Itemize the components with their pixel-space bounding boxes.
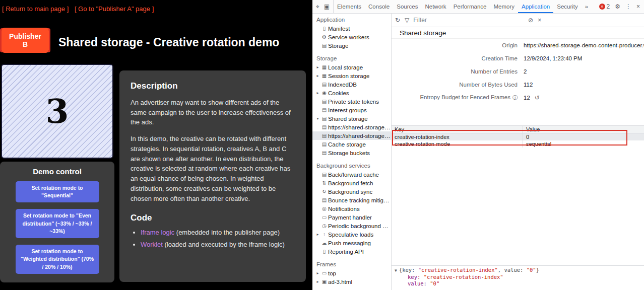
sidebar-item-frame-ad-3[interactable]: ▸▣ad-3.html [312,277,391,286]
database-icon: ▤ [320,133,328,138]
description-panel: Description An advertiser may want to sh… [119,70,306,282]
sidebar-item-local-storage[interactable]: ▸▦Local storage [312,63,391,71]
sidebar-section-application: Application [312,14,391,24]
set-sequential-button[interactable]: Set rotation mode to "Sequential" [16,181,99,202]
iframe-icon: ▣ [320,279,328,284]
return-main-link[interactable]: [ Return to main page ] [2,5,69,13]
sidebar-item-reporting-api[interactable]: ▯Reporting API [312,247,391,256]
device-toolbar-icon[interactable]: ▣ [324,4,330,10]
sidebar-item-private-state-tokens[interactable]: ▤Private state tokens [312,97,391,106]
sidebar-item-notifications[interactable]: ◎Notifications [312,204,391,213]
creative-number: 3 [46,92,69,131]
filter-input[interactable] [412,16,524,24]
sidebar-item-cookies[interactable]: ▸◉Cookies [312,89,391,97]
demo-control-title: Demo control [0,167,114,176]
card-icon: ▭ [320,214,328,220]
devtools-window: ⌖ ▣ Elements Console Sources Network Per… [312,0,644,290]
tab-console[interactable]: Console [365,0,393,13]
ad-creative-frame: 3 [1,64,113,159]
kebab-menu-icon[interactable]: ⋮ [625,4,631,10]
sidebar-item-shared-storage-origin-1[interactable]: ▤https://shared-storage-d… [312,123,391,131]
field-creation-time: Creation Time 12/9/2024, 1:23:40 PM [392,52,644,65]
sidebar-item-speculative-loads[interactable]: ▸↑Speculative loads [312,230,391,239]
sidebar-item-cache-storage[interactable]: ▤Cache storage [312,140,391,149]
description-paragraph-1: An advertiser may want to show different… [131,98,295,127]
demo-control-panel: Demo control Set rotation mode to "Seque… [0,162,114,282]
up-arrow-icon: ↑ [320,232,328,237]
sidebar-item-indexeddb[interactable]: ▤IndexedDB [312,80,391,89]
sidebar-item-session-storage[interactable]: ▸▦Session storage [312,71,391,80]
sidebar-item-back-forward-cache[interactable]: ▤Back/forward cache [312,170,391,179]
triangle-down-icon[interactable]: ▼ [395,268,397,273]
info-icon[interactable]: ⓘ [512,95,518,100]
field-number-of-entries: Number of Entries 2 [392,65,644,78]
chevron-down-icon[interactable]: ▾ [315,116,320,121]
sidebar-section-frames: Frames [312,259,391,269]
devtools-tabbar: ⌖ ▣ Elements Console Sources Network Per… [312,0,644,14]
tab-application[interactable]: Application [518,0,553,13]
cookie-icon: ◉ [320,90,328,96]
cloud-icon: ☁ [320,240,328,246]
error-count-badge[interactable]: × 2 [599,3,610,10]
refresh-icon[interactable]: ↻ [395,17,400,23]
tab-sources[interactable]: Sources [393,0,421,13]
service-worker-icon: ⚙ [320,34,328,40]
database-icon: ▤ [320,150,328,156]
tab-security[interactable]: Security [553,0,582,13]
sidebar-item-interest-groups[interactable]: ▤Interest groups [312,106,391,114]
publisher-page: [ Return to main page ] [ Go to "Publish… [0,0,312,290]
table-row[interactable]: creative-rotation-index 0 [392,133,644,140]
funnel-icon: ▽ [405,17,409,23]
up-down-arrows-icon: ⇅ [320,180,328,186]
field-number-of-bytes: Number of Bytes Used 112 [392,78,644,91]
gear-icon[interactable]: ⚙ [615,4,620,10]
panel-heading: Shared storage [392,27,644,39]
chevron-right-icon[interactable]: ▸ [315,271,320,275]
iframe-logic-link[interactable]: Iframe logic [141,229,174,236]
delete-selected-icon[interactable]: × [538,17,541,23]
set-even-distribution-button[interactable]: Set rotation mode to "Even distribution"… [16,209,99,238]
sidebar-item-manifest[interactable]: ▯Manifest [312,24,391,33]
database-icon: ▤ [320,172,328,177]
sidebar-item-service-workers[interactable]: ⚙Service workers [312,33,391,41]
document-icon: ▯ [320,249,328,254]
close-devtools-icon[interactable]: × [636,4,640,10]
chevron-right-icon[interactable]: ▸ [315,65,320,69]
set-weighted-distribution-button[interactable]: Set rotation mode to "Weighted distribut… [16,245,99,274]
tab-network[interactable]: Network [421,0,449,13]
description-heading: Description [131,80,295,93]
chevron-right-icon[interactable]: ▸ [315,279,320,284]
bell-icon: ◎ [320,206,328,211]
metadata-fields: Origin https://shared-storage-demo-conte… [392,39,644,104]
table-icon: ▦ [320,73,328,79]
chevron-right-icon[interactable]: ▸ [315,232,320,237]
chevron-right-icon[interactable]: ▸ [315,74,320,78]
sidebar-item-payment-handler[interactable]: ▭Payment handler [312,213,391,222]
application-sidebar: Application ▯Manifest ⚙Service workers ▤… [312,14,392,290]
sidebar-item-background-sync[interactable]: ↻Background sync [312,187,391,196]
chevron-right-icon[interactable]: ▸ [315,91,320,95]
goto-publisher-a-link[interactable]: [ Go to "Publisher A" page ] [75,5,154,13]
table-row[interactable]: creative-rotation-mode sequential [392,140,644,148]
sidebar-item-periodic-background-sync[interactable]: ◷Periodic background s… [312,222,391,230]
publisher-b-button[interactable]: Publisher B [2,28,49,53]
worklet-link[interactable]: Worklet [141,241,163,248]
sidebar-item-frame-top[interactable]: ▸▭top [312,269,391,277]
sidebar-item-background-fetch[interactable]: ⇅Background fetch [312,179,391,187]
sidebar-item-storage-buckets[interactable]: ▤Storage buckets [312,149,391,157]
inspect-element-icon[interactable]: ⌖ [316,4,319,10]
more-tabs-icon[interactable]: » [582,0,592,13]
column-header-key: Key [392,126,523,132]
tab-performance[interactable]: Performance [450,0,490,13]
sidebar-item-storage[interactable]: ▤Storage [312,41,391,50]
reset-budget-icon[interactable]: ↺ [535,94,540,101]
sidebar-item-push-messaging[interactable]: ☁Push messaging [312,239,391,247]
database-icon: ▤ [320,82,328,87]
sidebar-item-bounce-tracking[interactable]: ▤Bounce tracking mitiga… [312,196,391,204]
clear-entries-icon[interactable]: ⊘ [528,17,533,23]
sidebar-item-shared-storage-origin-2[interactable]: ▤https://shared-storage-d… [312,131,391,140]
sidebar-item-shared-storage[interactable]: ▾▤Shared storage [312,114,391,123]
tab-elements[interactable]: Elements [334,0,365,13]
tab-memory[interactable]: Memory [490,0,518,13]
annotation-box-publisher-b: Publisher B [0,28,50,52]
